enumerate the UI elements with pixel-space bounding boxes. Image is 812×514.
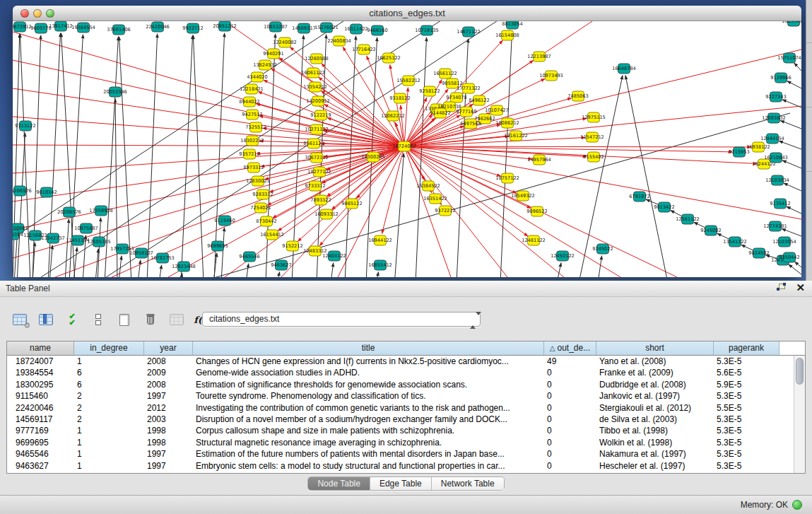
column-header-out_de[interactable]: △out_de...: [544, 341, 596, 355]
graph-node-label: 20053346: [103, 89, 127, 95]
table-body: 1872400712008Changes of HCN gene express…: [7, 356, 794, 473]
new-file-icon[interactable]: [116, 312, 133, 327]
graph-node-label: 13342737: [41, 235, 65, 241]
network-window[interactable]: citations_edges.txt 18724007122400829940…: [13, 6, 801, 277]
graph-edge: [401, 105, 404, 146]
import-table-icon: [168, 312, 185, 327]
graph-edge: [20, 34, 30, 277]
graph-node-label: 18302212: [240, 138, 264, 144]
graph-node-label: 12161222: [504, 133, 528, 139]
table-row[interactable]: 1456911722003Disruption of a novel membe…: [7, 414, 794, 425]
graph-node-label: 9372212: [435, 208, 455, 214]
table-cell: 1: [74, 448, 144, 460]
graph-node-label: 16561122: [433, 71, 457, 76]
column-header-in_degree[interactable]: in_degree: [74, 341, 144, 355]
network-canvas[interactable]: 1872400712240082994029113824532434402012…: [13, 21, 801, 277]
graph-node-label: 9096522: [526, 209, 547, 214]
graph-edge: [557, 263, 561, 277]
tab-edge-table[interactable]: Edge Table: [370, 477, 432, 490]
graph-node-label: 12218421: [240, 86, 264, 92]
table-cell: 5.3E-5: [714, 356, 779, 367]
show-column-icon[interactable]: [37, 312, 54, 327]
table-cell: 0: [544, 425, 596, 436]
memory-status-icon[interactable]: [792, 500, 802, 510]
graph-node-label: 6791972: [629, 194, 649, 199]
sort-ascending-icon: △: [550, 344, 555, 352]
scrollbar-thumb[interactable]: [796, 358, 804, 385]
table-select-dropdown[interactable]: citations_edges.txt: [202, 312, 481, 327]
table-cell: Jankovic et al. (1997): [596, 390, 714, 402]
float-window-icon[interactable]: [777, 284, 786, 292]
column-header-pagerank[interactable]: pagerank: [714, 341, 779, 355]
graph-node-label: 9144822: [430, 110, 450, 116]
table-row[interactable]: 1938455462009Genome-wide association stu…: [7, 367, 794, 378]
graph-edge: [787, 206, 801, 214]
graph-node-label: 37691406: [107, 27, 131, 33]
window-close-button[interactable]: [20, 9, 29, 18]
table-cell: 9699695: [7, 437, 74, 448]
graph-node-label: 13541122: [723, 239, 747, 245]
graph-node-label: 16210643: [764, 155, 788, 160]
network-window-titlebar[interactable]: citations_edges.txt: [13, 6, 801, 21]
table-row[interactable]: 2242004622012Investigating the contribut…: [7, 402, 794, 414]
graph-node-label: 12975115: [582, 115, 606, 120]
table-cell: 5.3E-5: [714, 448, 779, 460]
table-cell: Estimation of significance thresholds fo…: [193, 379, 544, 390]
table-cell: 19384554: [7, 367, 74, 378]
table-cell: 5.3E-5: [714, 437, 779, 448]
table-settings-icon[interactable]: ⚙: [11, 312, 28, 327]
table-cell: 49: [544, 356, 596, 367]
graph-edge: [784, 183, 801, 191]
table-cell: 9465546: [7, 448, 74, 460]
table-cell: 0: [544, 414, 596, 425]
graph-node-label: 16855412: [368, 262, 392, 268]
graph-node-label: 12260588: [305, 56, 329, 62]
table-row[interactable]: 1830029562008Estimation of significance …: [7, 379, 794, 390]
vertical-scrollbar[interactable]: [794, 356, 805, 473]
graph-node-label: 12062212: [381, 113, 405, 119]
graph-node-label: 8561123: [303, 141, 324, 146]
tab-node-table[interactable]: Node Table: [308, 477, 370, 490]
column-header-name[interactable]: name: [7, 341, 74, 355]
graph-edge: [782, 100, 801, 107]
panel-resize-grip[interactable]: [400, 281, 410, 285]
table-cell: Estimation of the future numbers of pati…: [193, 448, 544, 460]
graph-node-label: 12093832: [762, 115, 786, 121]
graph-edge: [404, 146, 757, 164]
table-cell: Stergiakouli et al. (2012): [596, 402, 714, 414]
table-cell: Hescheler et al. (1997): [596, 460, 714, 472]
table-cell: 1997: [144, 448, 193, 460]
graph-edge: [598, 256, 602, 277]
table-cell: 9463627: [7, 460, 74, 472]
network-view-background: citations_edges.txt 18724007122400829940…: [0, 0, 812, 281]
graph-node-label: 12774381: [763, 223, 787, 229]
graph-node-label: 12444154: [760, 136, 784, 141]
table-cell: 14569117: [7, 414, 74, 425]
status-bar: Memory: OK: [0, 495, 812, 514]
tab-network-table[interactable]: Network Table: [432, 477, 504, 490]
graph-node-label: 9013422: [654, 204, 674, 210]
row-height-icon[interactable]: [90, 312, 107, 327]
graph-node-label: 20851212: [213, 23, 237, 29]
close-icon[interactable]: ✕: [796, 283, 805, 293]
table-row[interactable]: 969969511998Structural magnetic resonanc…: [7, 437, 794, 448]
edit-columns-icon[interactable]: ✔✔: [64, 312, 81, 327]
delete-icon[interactable]: [142, 312, 159, 327]
graph-node-label: 14671122: [457, 29, 481, 35]
column-header-year[interactable]: year: [144, 341, 193, 355]
column-header-title[interactable]: title: [193, 341, 544, 355]
window-minimize-button[interactable]: [33, 9, 42, 18]
graph-node-label: 9135412: [770, 201, 790, 206]
table-row[interactable]: 946362711997Embryonic stem cells: a mode…: [7, 460, 794, 472]
table-row[interactable]: 1872400712008Changes of HCN gene express…: [7, 356, 794, 367]
table-cell: 2: [74, 402, 144, 414]
table-row[interactable]: 977716911998Corpus callosum shape and si…: [7, 425, 794, 436]
graph-edge: [138, 260, 141, 277]
column-header-short[interactable]: short: [596, 341, 714, 355]
table-row[interactable]: 911546021997Tourette syndrome. Phenomeno…: [7, 390, 794, 402]
window-zoom-button[interactable]: [46, 9, 54, 18]
table-row[interactable]: 946554611997Estimation of the future num…: [7, 448, 794, 460]
table-cell: Structural magnetic resonance image aver…: [193, 437, 544, 448]
table-cell: 0: [544, 390, 596, 402]
table-cell: 5.9E-5: [714, 379, 779, 390]
